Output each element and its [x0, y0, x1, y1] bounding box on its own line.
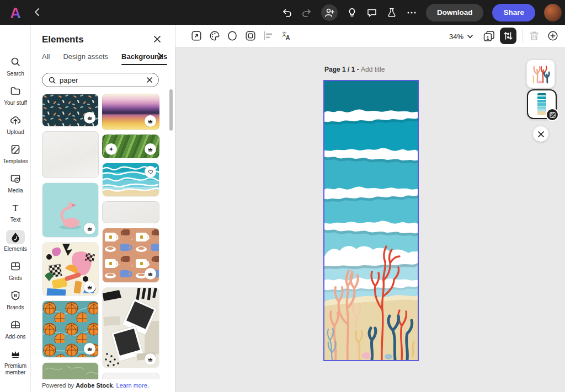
result-thumb-basketballs[interactable] [42, 300, 99, 358]
sidebar-item-search[interactable]: Search [0, 55, 31, 77]
align-icon[interactable] [262, 29, 275, 42]
templates-icon [6, 142, 25, 157]
sidebar-item-upload[interactable]: Upload [0, 113, 31, 136]
close-float-panel-icon[interactable] [533, 126, 548, 142]
editor-toolbar: 文A 34% 1 [175, 25, 565, 47]
experiments-flask-icon[interactable] [386, 7, 397, 18]
elements-panel: Elements All Design assets Backgrounds [31, 25, 175, 392]
search-input[interactable] [60, 76, 142, 84]
back-button[interactable] [32, 7, 43, 18]
download-button[interactable]: Download [426, 4, 484, 22]
folder-icon [6, 84, 25, 98]
redo-icon[interactable] [301, 7, 312, 18]
sidebar-item-premium[interactable]: Premium member [0, 347, 31, 376]
elements-drop-icon [6, 230, 25, 244]
add-ons-case-icon [6, 318, 25, 332]
premium-crown-badge [145, 353, 156, 365]
canvas-workspace: 文A 34% 1 Page 1 / 1 - Add title [175, 25, 565, 392]
adobe-stock-footer: Powered by Adobe Stock. Learn more. [31, 379, 175, 392]
adobe-express-app: A [0, 0, 565, 392]
zoom-level-dropdown[interactable]: 34% [449, 30, 473, 43]
panel-title: Elements [42, 34, 84, 45]
result-thumb-polaroid-collage[interactable] [102, 287, 159, 368]
left-rail: Search Your stuff Upload Templates Media… [0, 25, 31, 392]
result-thumb-dark-confetti[interactable] [42, 94, 99, 127]
artboard[interactable] [323, 80, 419, 361]
sidebar-item-text[interactable]: T Text [0, 201, 31, 223]
result-thumb-flamingo-float[interactable] [42, 182, 99, 238]
sidebar-item-your-stuff[interactable]: Your stuff [0, 84, 31, 106]
comments-icon[interactable] [366, 7, 377, 18]
undo-icon[interactable] [281, 7, 292, 18]
invite-people-icon[interactable] [321, 4, 338, 21]
result-thumb-mugs-pattern[interactable] [102, 228, 159, 283]
brands-shield-icon: B [6, 288, 25, 303]
ideas-lightbulb-icon[interactable] [347, 7, 358, 18]
panel-close-icon[interactable] [152, 34, 163, 45]
panel-scrollbar[interactable] [169, 89, 173, 131]
translate-icon[interactable]: 文A [280, 29, 293, 42]
pages-count: 1 [486, 35, 489, 41]
premium-crown-badge [84, 343, 95, 355]
background-applied-badge-icon [546, 108, 559, 121]
panel-tabs: All Design assets Backgrounds [42, 52, 167, 65]
result-thumb-gray-paper[interactable] [102, 201, 159, 223]
sidebar-item-grids[interactable]: Grids [0, 259, 31, 282]
grids-icon [6, 259, 25, 273]
user-avatar[interactable] [544, 4, 562, 22]
add-page-icon[interactable] [546, 29, 559, 42]
search-icon [48, 76, 56, 84]
favorite-heart-icon[interactable] [145, 166, 156, 178]
waves-background-thumb-selected[interactable] [527, 89, 557, 119]
similar-variations-icon [105, 143, 117, 155]
svg-text:A: A [10, 5, 21, 21]
premium-crown-badge [84, 223, 95, 234]
shape-icon[interactable] [226, 29, 239, 42]
resize-icon[interactable] [190, 29, 203, 42]
result-thumb-teal-paper-waves[interactable] [102, 163, 159, 197]
premium-crown-icon [6, 347, 25, 361]
more-options-icon[interactable] [406, 7, 417, 18]
result-thumb-watercolor-sunset[interactable] [102, 94, 159, 130]
result-thumb-partial[interactable] [102, 373, 159, 379]
result-thumb-green-doodles[interactable] [42, 362, 99, 379]
sidebar-item-brands[interactable]: B Brands [0, 288, 31, 311]
delete-trash-icon[interactable] [527, 29, 541, 42]
sidebar-item-templates[interactable]: Templates [0, 142, 31, 165]
result-thumb-abstract-collage[interactable] [42, 242, 99, 296]
tabs-more-chevron-icon[interactable] [155, 52, 165, 62]
sidebar-item-media[interactable]: Media [0, 171, 31, 194]
svg-text:A: A [286, 35, 290, 41]
clear-search-icon[interactable] [145, 76, 154, 84]
chevron-down-icon [467, 33, 473, 40]
upload-cloud-icon [6, 113, 25, 127]
share-button[interactable]: Share [492, 4, 535, 22]
premium-crown-badge [84, 112, 95, 123]
result-thumb-white-paper[interactable] [42, 131, 99, 178]
premium-crown-badge [84, 281, 95, 293]
top-bar: A [0, 0, 565, 25]
sidebar-item-add-ons[interactable]: Add-ons [0, 318, 31, 340]
element-search-box[interactable] [42, 73, 159, 87]
layers-button[interactable] [500, 28, 516, 44]
premium-crown-badge [145, 268, 156, 280]
theme-colors-icon[interactable] [208, 29, 221, 42]
pages-icon[interactable]: 1 [482, 29, 495, 42]
results-grid [42, 94, 159, 379]
zoom-value: 34% [449, 33, 463, 41]
coral-element-thumb[interactable] [526, 60, 555, 88]
premium-crown-badge [145, 143, 156, 155]
tab-all[interactable]: All [42, 52, 50, 65]
learn-more-link[interactable]: Learn more. [116, 382, 149, 389]
search-icon [6, 55, 25, 69]
svg-text:B: B [14, 293, 17, 298]
frame-icon[interactable] [244, 29, 257, 42]
sidebar-item-elements[interactable]: Elements [0, 230, 31, 253]
adobe-express-logo-icon[interactable]: A [7, 4, 24, 21]
text-icon: T [6, 201, 25, 215]
tab-design-assets[interactable]: Design assets [63, 52, 108, 65]
result-thumb-green-hills[interactable] [102, 135, 159, 158]
media-play-icon [6, 171, 25, 186]
waves-strip-preview [537, 93, 546, 115]
page-title-label[interactable]: Page 1 / 1 - Add title [324, 66, 385, 73]
